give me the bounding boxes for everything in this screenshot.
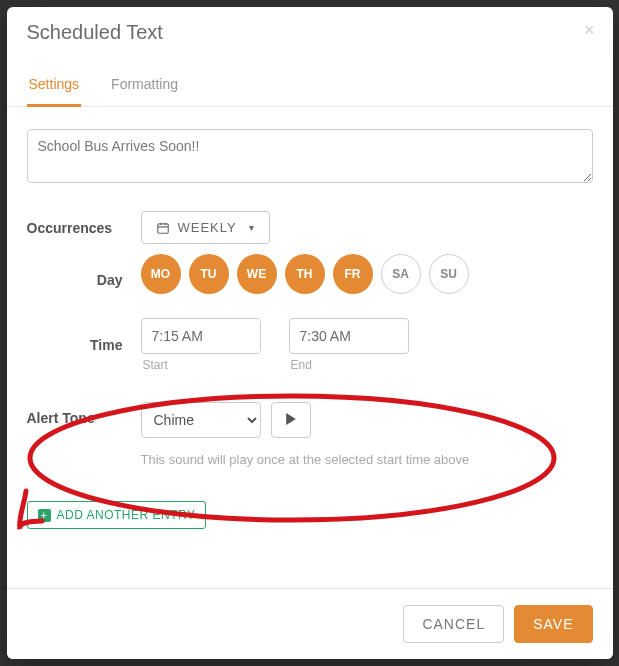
calendar-icon bbox=[156, 221, 170, 235]
occurrences-label: Occurrences bbox=[27, 220, 123, 236]
end-time-field: End bbox=[289, 318, 409, 372]
day-we[interactable]: WE bbox=[237, 254, 277, 294]
svg-marker-4 bbox=[286, 413, 296, 425]
end-caption: End bbox=[289, 358, 409, 372]
alert-tone-label: Alert Tone bbox=[27, 402, 123, 426]
alert-tone-hint: This sound will play once at the selecte… bbox=[141, 452, 470, 467]
day-su[interactable]: SU bbox=[429, 254, 469, 294]
play-button[interactable] bbox=[271, 402, 311, 438]
day-picker: MOTUWETHFRSASU bbox=[141, 254, 593, 294]
modal-body: School Bus Arrives Soon!! Occurrences WE… bbox=[7, 107, 613, 539]
frequency-dropdown[interactable]: WEEKLY ▾ bbox=[141, 211, 270, 244]
modal-title: Scheduled Text bbox=[27, 21, 593, 44]
day-th[interactable]: TH bbox=[285, 254, 325, 294]
add-another-entry-button[interactable]: + ADD ANOTHER ENTRY bbox=[27, 501, 207, 529]
tabs: Settings Formatting bbox=[7, 66, 613, 107]
alert-tone-select[interactable]: Chime bbox=[141, 402, 261, 438]
day-tu[interactable]: TU bbox=[189, 254, 229, 294]
cancel-button[interactable]: CANCEL bbox=[403, 605, 504, 643]
tab-formatting[interactable]: Formatting bbox=[109, 66, 180, 106]
day-label: Day bbox=[27, 272, 123, 288]
svg-rect-0 bbox=[157, 223, 168, 232]
play-icon bbox=[285, 413, 297, 428]
alert-tone-row: Alert Tone Chime This sound will play on… bbox=[27, 402, 593, 467]
caret-down-icon: ▾ bbox=[249, 222, 255, 233]
time-label: Time bbox=[27, 337, 123, 353]
day-fr[interactable]: FR bbox=[333, 254, 373, 294]
add-entry-label: ADD ANOTHER ENTRY bbox=[57, 508, 196, 522]
day-mo[interactable]: MO bbox=[141, 254, 181, 294]
start-time-input[interactable] bbox=[141, 318, 261, 354]
modal-header: Scheduled Text × bbox=[7, 7, 613, 54]
scheduled-text-modal: Scheduled Text × Settings Formatting Sch… bbox=[7, 7, 613, 659]
frequency-value: WEEKLY bbox=[178, 220, 237, 235]
modal-footer: CANCEL SAVE bbox=[7, 588, 613, 659]
message-textarea[interactable]: School Bus Arrives Soon!! bbox=[27, 129, 593, 183]
plus-icon: + bbox=[38, 509, 51, 522]
time-inputs: Start End bbox=[141, 318, 409, 372]
tab-settings[interactable]: Settings bbox=[27, 66, 82, 107]
close-icon[interactable]: × bbox=[584, 21, 595, 39]
time-row: Time Start End bbox=[27, 318, 593, 372]
day-sa[interactable]: SA bbox=[381, 254, 421, 294]
save-button[interactable]: SAVE bbox=[514, 605, 592, 643]
start-caption: Start bbox=[141, 358, 261, 372]
alert-tone-controls: Chime This sound will play once at the s… bbox=[141, 402, 470, 467]
end-time-input[interactable] bbox=[289, 318, 409, 354]
occurrences-row: Occurrences WEEKLY ▾ bbox=[27, 211, 593, 244]
start-time-field: Start bbox=[141, 318, 261, 372]
